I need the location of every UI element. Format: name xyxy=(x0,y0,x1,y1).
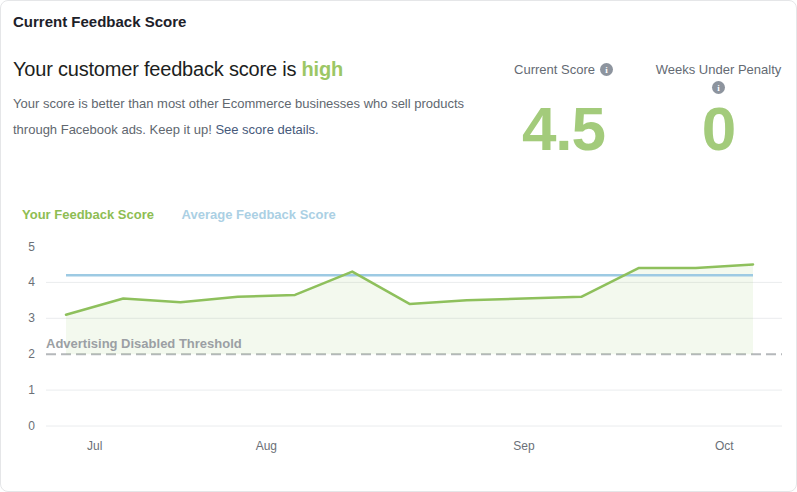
legend-average-feedback-score[interactable]: Average Feedback Score xyxy=(182,207,336,222)
score-description: Your score is better than most other Eco… xyxy=(13,91,473,143)
advertising-disabled-threshold-label: Advertising Disabled Threshold xyxy=(46,336,242,351)
x-axis-month-label: Aug xyxy=(256,439,277,453)
chart-legend: Your Feedback Score Average Feedback Sco… xyxy=(22,207,336,222)
info-icon[interactable]: i xyxy=(600,63,613,76)
page-title: Current Feedback Score xyxy=(13,13,186,30)
feedback-score-chart: 012345JulAugSepOctAdvertising Disabled T… xyxy=(1,231,797,471)
x-axis-month-label: Jul xyxy=(87,439,102,453)
current-score-stat: Current Score i 4.5 xyxy=(481,62,646,77)
y-axis-tick-label: 4 xyxy=(28,275,35,289)
heading-prefix: Your customer feedback score is xyxy=(13,58,296,80)
info-icon[interactable]: i xyxy=(712,81,725,94)
weeks-under-penalty-value: 0 xyxy=(636,98,797,160)
x-axis-month-label: Oct xyxy=(715,439,734,453)
score-summary-heading: Your customer feedback score is high xyxy=(13,58,343,81)
description-line2: through Facebook ads. Keep it up! xyxy=(13,122,212,137)
x-axis-month-label: Sep xyxy=(513,439,535,453)
current-score-value: 4.5 xyxy=(481,98,646,160)
y-axis-tick-label: 3 xyxy=(28,311,35,325)
weeks-under-penalty-label: Weeks Under Penalty xyxy=(656,62,782,77)
see-score-details-link[interactable]: See score details. xyxy=(215,122,318,137)
current-score-label: Current Score xyxy=(514,62,595,77)
y-axis-tick-label: 5 xyxy=(28,240,35,254)
y-axis-tick-label: 0 xyxy=(28,419,35,433)
legend-your-feedback-score[interactable]: Your Feedback Score xyxy=(22,207,154,222)
y-axis-tick-label: 1 xyxy=(28,383,35,397)
y-axis-tick-label: 2 xyxy=(28,347,35,361)
score-level-highlight: high xyxy=(302,58,343,80)
feedback-score-card: Current Feedback Score Your customer fee… xyxy=(0,0,797,492)
description-line1: Your score is better than most other Eco… xyxy=(13,96,464,111)
weeks-under-penalty-stat: Weeks Under Penalty i 0 xyxy=(636,62,797,94)
